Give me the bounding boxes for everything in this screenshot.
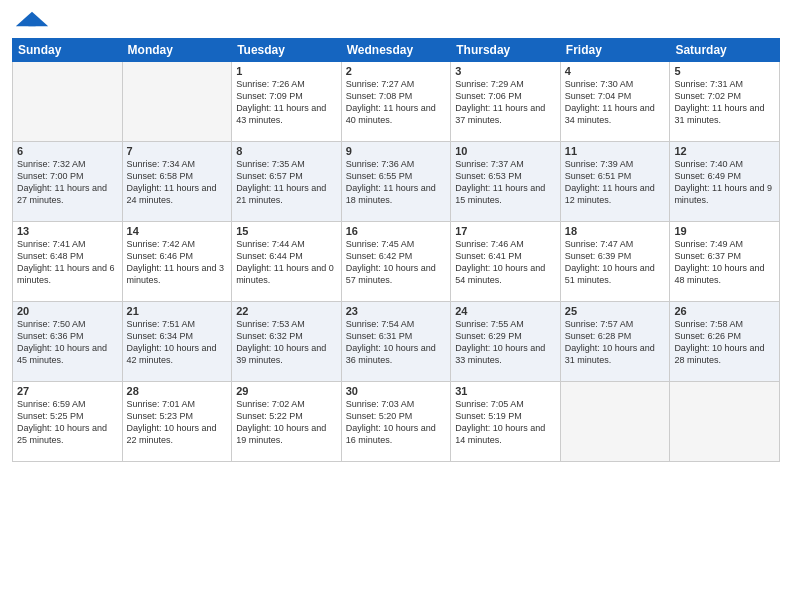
day-number: 3 (455, 65, 556, 77)
cell-info: Sunrise: 7:41 AMSunset: 6:48 PMDaylight:… (17, 238, 118, 287)
cell-info: Sunrise: 7:57 AMSunset: 6:28 PMDaylight:… (565, 318, 666, 367)
calendar-row: 27Sunrise: 6:59 AMSunset: 5:25 PMDayligh… (13, 382, 780, 462)
day-number: 8 (236, 145, 337, 157)
calendar-row: 13Sunrise: 7:41 AMSunset: 6:48 PMDayligh… (13, 222, 780, 302)
calendar-cell: 19Sunrise: 7:49 AMSunset: 6:37 PMDayligh… (670, 222, 780, 302)
cell-info: Sunrise: 7:40 AMSunset: 6:49 PMDaylight:… (674, 158, 775, 207)
cell-info: Sunrise: 7:29 AMSunset: 7:06 PMDaylight:… (455, 78, 556, 127)
calendar-cell: 6Sunrise: 7:32 AMSunset: 7:00 PMDaylight… (13, 142, 123, 222)
calendar-table: SundayMondayTuesdayWednesdayThursdayFrid… (12, 38, 780, 462)
day-number: 13 (17, 225, 118, 237)
day-number: 1 (236, 65, 337, 77)
day-number: 4 (565, 65, 666, 77)
calendar-weekday-sunday: Sunday (13, 39, 123, 62)
cell-info: Sunrise: 7:47 AMSunset: 6:39 PMDaylight:… (565, 238, 666, 287)
calendar-cell: 26Sunrise: 7:58 AMSunset: 6:26 PMDayligh… (670, 302, 780, 382)
day-number: 22 (236, 305, 337, 317)
calendar-cell: 25Sunrise: 7:57 AMSunset: 6:28 PMDayligh… (560, 302, 670, 382)
cell-info: Sunrise: 7:03 AMSunset: 5:20 PMDaylight:… (346, 398, 447, 447)
day-number: 9 (346, 145, 447, 157)
cell-info: Sunrise: 7:53 AMSunset: 6:32 PMDaylight:… (236, 318, 337, 367)
day-number: 5 (674, 65, 775, 77)
day-number: 16 (346, 225, 447, 237)
calendar-weekday-monday: Monday (122, 39, 232, 62)
calendar-cell (670, 382, 780, 462)
calendar-cell: 13Sunrise: 7:41 AMSunset: 6:48 PMDayligh… (13, 222, 123, 302)
day-number: 18 (565, 225, 666, 237)
day-number: 23 (346, 305, 447, 317)
cell-info: Sunrise: 7:58 AMSunset: 6:26 PMDaylight:… (674, 318, 775, 367)
cell-info: Sunrise: 7:55 AMSunset: 6:29 PMDaylight:… (455, 318, 556, 367)
calendar-cell: 22Sunrise: 7:53 AMSunset: 6:32 PMDayligh… (232, 302, 342, 382)
cell-info: Sunrise: 7:05 AMSunset: 5:19 PMDaylight:… (455, 398, 556, 447)
calendar-container: SundayMondayTuesdayWednesdayThursdayFrid… (0, 0, 792, 470)
calendar-cell: 29Sunrise: 7:02 AMSunset: 5:22 PMDayligh… (232, 382, 342, 462)
day-number: 6 (17, 145, 118, 157)
calendar-cell: 15Sunrise: 7:44 AMSunset: 6:44 PMDayligh… (232, 222, 342, 302)
day-number: 25 (565, 305, 666, 317)
calendar-cell: 10Sunrise: 7:37 AMSunset: 6:53 PMDayligh… (451, 142, 561, 222)
calendar-weekday-friday: Friday (560, 39, 670, 62)
svg-rect-1 (28, 19, 35, 26)
calendar-row: 20Sunrise: 7:50 AMSunset: 6:36 PMDayligh… (13, 302, 780, 382)
calendar-cell: 8Sunrise: 7:35 AMSunset: 6:57 PMDaylight… (232, 142, 342, 222)
calendar-cell: 5Sunrise: 7:31 AMSunset: 7:02 PMDaylight… (670, 62, 780, 142)
calendar-row: 1Sunrise: 7:26 AMSunset: 7:09 PMDaylight… (13, 62, 780, 142)
cell-info: Sunrise: 7:27 AMSunset: 7:08 PMDaylight:… (346, 78, 447, 127)
calendar-weekday-thursday: Thursday (451, 39, 561, 62)
cell-info: Sunrise: 7:32 AMSunset: 7:00 PMDaylight:… (17, 158, 118, 207)
cell-info: Sunrise: 7:45 AMSunset: 6:42 PMDaylight:… (346, 238, 447, 287)
logo-icon (14, 10, 50, 28)
cell-info: Sunrise: 7:50 AMSunset: 6:36 PMDaylight:… (17, 318, 118, 367)
calendar-cell: 14Sunrise: 7:42 AMSunset: 6:46 PMDayligh… (122, 222, 232, 302)
calendar-cell: 24Sunrise: 7:55 AMSunset: 6:29 PMDayligh… (451, 302, 561, 382)
day-number: 19 (674, 225, 775, 237)
calendar-cell: 11Sunrise: 7:39 AMSunset: 6:51 PMDayligh… (560, 142, 670, 222)
day-number: 27 (17, 385, 118, 397)
logo (12, 10, 50, 32)
day-number: 15 (236, 225, 337, 237)
calendar-cell: 3Sunrise: 7:29 AMSunset: 7:06 PMDaylight… (451, 62, 561, 142)
calendar-weekday-tuesday: Tuesday (232, 39, 342, 62)
calendar-cell: 17Sunrise: 7:46 AMSunset: 6:41 PMDayligh… (451, 222, 561, 302)
calendar-cell (13, 62, 123, 142)
cell-info: Sunrise: 7:42 AMSunset: 6:46 PMDaylight:… (127, 238, 228, 287)
calendar-cell: 12Sunrise: 7:40 AMSunset: 6:49 PMDayligh… (670, 142, 780, 222)
day-number: 24 (455, 305, 556, 317)
calendar-cell: 2Sunrise: 7:27 AMSunset: 7:08 PMDaylight… (341, 62, 451, 142)
day-number: 29 (236, 385, 337, 397)
calendar-cell: 27Sunrise: 6:59 AMSunset: 5:25 PMDayligh… (13, 382, 123, 462)
cell-info: Sunrise: 7:51 AMSunset: 6:34 PMDaylight:… (127, 318, 228, 367)
day-number: 17 (455, 225, 556, 237)
cell-info: Sunrise: 6:59 AMSunset: 5:25 PMDaylight:… (17, 398, 118, 447)
calendar-weekday-wednesday: Wednesday (341, 39, 451, 62)
calendar-cell: 9Sunrise: 7:36 AMSunset: 6:55 PMDaylight… (341, 142, 451, 222)
day-number: 2 (346, 65, 447, 77)
cell-info: Sunrise: 7:02 AMSunset: 5:22 PMDaylight:… (236, 398, 337, 447)
cell-info: Sunrise: 7:01 AMSunset: 5:23 PMDaylight:… (127, 398, 228, 447)
calendar-cell (560, 382, 670, 462)
cell-info: Sunrise: 7:44 AMSunset: 6:44 PMDaylight:… (236, 238, 337, 287)
day-number: 21 (127, 305, 228, 317)
calendar-cell: 21Sunrise: 7:51 AMSunset: 6:34 PMDayligh… (122, 302, 232, 382)
cell-info: Sunrise: 7:34 AMSunset: 6:58 PMDaylight:… (127, 158, 228, 207)
day-number: 14 (127, 225, 228, 237)
cell-info: Sunrise: 7:31 AMSunset: 7:02 PMDaylight:… (674, 78, 775, 127)
cell-info: Sunrise: 7:36 AMSunset: 6:55 PMDaylight:… (346, 158, 447, 207)
calendar-weekday-saturday: Saturday (670, 39, 780, 62)
header (12, 10, 780, 32)
calendar-row: 6Sunrise: 7:32 AMSunset: 7:00 PMDaylight… (13, 142, 780, 222)
calendar-cell: 20Sunrise: 7:50 AMSunset: 6:36 PMDayligh… (13, 302, 123, 382)
calendar-cell: 31Sunrise: 7:05 AMSunset: 5:19 PMDayligh… (451, 382, 561, 462)
day-number: 20 (17, 305, 118, 317)
day-number: 7 (127, 145, 228, 157)
cell-info: Sunrise: 7:49 AMSunset: 6:37 PMDaylight:… (674, 238, 775, 287)
cell-info: Sunrise: 7:39 AMSunset: 6:51 PMDaylight:… (565, 158, 666, 207)
calendar-cell: 23Sunrise: 7:54 AMSunset: 6:31 PMDayligh… (341, 302, 451, 382)
day-number: 31 (455, 385, 556, 397)
calendar-cell: 7Sunrise: 7:34 AMSunset: 6:58 PMDaylight… (122, 142, 232, 222)
cell-info: Sunrise: 7:26 AMSunset: 7:09 PMDaylight:… (236, 78, 337, 127)
day-number: 30 (346, 385, 447, 397)
cell-info: Sunrise: 7:46 AMSunset: 6:41 PMDaylight:… (455, 238, 556, 287)
cell-info: Sunrise: 7:37 AMSunset: 6:53 PMDaylight:… (455, 158, 556, 207)
